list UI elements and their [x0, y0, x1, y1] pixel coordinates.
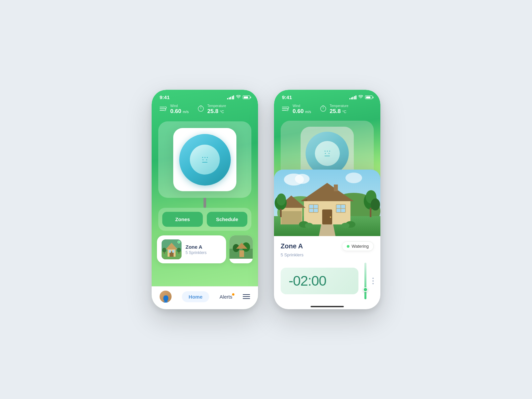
temp-widget-1: Temperature 25.8 °C [197, 104, 226, 115]
weather-bar-1: Wind 0.60 m/s Temperature [152, 101, 258, 119]
wind-label-2: Wind [293, 104, 311, 108]
status-icons-1 [227, 95, 250, 100]
device-inner-1 [173, 128, 236, 191]
svg-rect-10 [172, 250, 174, 253]
status-icons-2 [349, 95, 372, 100]
svg-rect-1 [160, 108, 166, 109]
svg-rect-21 [282, 107, 287, 107]
wifi-icon [236, 95, 241, 100]
svg-point-49 [277, 194, 286, 205]
zones-button[interactable]: Zones [162, 212, 203, 227]
zone-name: Zone A [186, 244, 206, 250]
svg-point-27 [295, 174, 310, 184]
svg-rect-2 [160, 110, 164, 111]
svg-point-11 [162, 248, 166, 252]
device-stem [203, 198, 206, 208]
watering-status-label: Watering [351, 244, 369, 249]
schedule-button[interactable]: Schedule [207, 212, 247, 227]
sprinkler-icon-2 [325, 151, 330, 156]
device-ring-inner-2 [315, 141, 340, 166]
wind-icon-2 [282, 105, 290, 114]
timer-dots [372, 278, 374, 284]
svg-rect-19 [239, 250, 244, 257]
zone-active-dot [178, 241, 180, 243]
bottom-nav-1: 👤 Home Alerts [152, 286, 258, 309]
menu-button[interactable] [243, 294, 250, 299]
signal-bars-icon [227, 95, 234, 99]
device-ring-outer [179, 134, 231, 186]
svg-rect-22 [282, 108, 289, 109]
status-time-1: 9:41 [160, 94, 170, 100]
battery-icon [243, 95, 250, 99]
svg-point-58 [341, 223, 349, 228]
timer-value: -02:00 [289, 273, 350, 289]
temp-label-1: Temperature [207, 104, 226, 108]
wind-value-1: 0.60 m/s [170, 108, 189, 114]
svg-point-13 [177, 248, 181, 252]
weather-bar-2: Wind 0.60 m/s Temperature [274, 101, 380, 119]
user-avatar[interactable]: 👤 [160, 291, 172, 303]
device-ring-outer-2 [306, 132, 349, 175]
phone-1: 9:41 [152, 90, 258, 309]
zone-card-2-partial[interactable] [229, 235, 253, 263]
temp-widget-2: Temperature 25.8 °C [319, 104, 348, 115]
zone-info: Zone A 5 Sprinklers [186, 244, 206, 255]
temp-icon-2 [319, 105, 327, 114]
action-buttons: Zones Schedule [158, 208, 251, 231]
svg-rect-36 [334, 185, 338, 191]
alerts-button[interactable]: Alerts [219, 294, 232, 300]
status-bar-2: 9:41 [274, 90, 380, 101]
sprinkler-icon [202, 157, 208, 163]
phones-container: 9:41 [152, 90, 380, 309]
temp-label-2: Temperature [330, 104, 348, 108]
timer-display: -02:00 [281, 268, 358, 294]
svg-point-57 [305, 223, 313, 228]
svg-rect-50 [280, 209, 282, 217]
wind-widget-2: Wind 0.60 m/s [282, 104, 311, 115]
home-bar-2 [311, 306, 344, 307]
watering-status-dot [347, 245, 349, 248]
temp-value-1: 25.8 °C [207, 108, 224, 114]
device-ring-inner [190, 145, 220, 175]
svg-rect-23 [282, 110, 287, 111]
wind-widget-1: Wind 0.60 m/s [160, 104, 189, 115]
svg-rect-0 [160, 107, 165, 107]
svg-point-54 [371, 199, 380, 210]
signal-bars-icon-2 [349, 95, 356, 99]
temp-value-2: 25.8 °C [330, 108, 346, 114]
svg-point-44 [330, 216, 331, 218]
alert-indicator [232, 293, 234, 296]
svg-rect-53 [370, 208, 371, 217]
status-bar-1: 9:41 [152, 90, 258, 101]
home-button[interactable]: Home [182, 291, 209, 302]
svg-rect-47 [281, 211, 302, 224]
temp-icon [197, 105, 205, 114]
timer-slider[interactable] [362, 263, 368, 299]
svg-point-28 [345, 173, 362, 183]
zone-image [274, 170, 380, 236]
svg-rect-9 [169, 250, 171, 253]
zone-detail-content: Zone A Watering 5 Sprinklers -02:00 [274, 236, 380, 305]
wind-value-2: 0.60 m/s [293, 108, 311, 114]
svg-rect-14 [179, 252, 179, 254]
status-time-2: 9:41 [282, 94, 292, 100]
zone-sprinklers: 5 Sprinklers [186, 250, 206, 255]
device-widget-1[interactable] [158, 121, 251, 198]
wind-label-1: Wind [170, 104, 189, 108]
zone-card-expanded: Zone A Watering 5 Sprinklers -02:00 [274, 170, 380, 309]
watering-badge[interactable]: Watering [342, 241, 374, 251]
zone-thumb-1 [162, 239, 182, 259]
zone-detail-header: Zone A Watering [281, 241, 374, 251]
wifi-icon-2 [358, 95, 363, 100]
svg-rect-12 [164, 252, 165, 254]
timer-container: -02:00 [281, 263, 374, 299]
wind-icon [160, 105, 168, 114]
zone-detail-sprinklers: 5 Sprinklers [281, 252, 374, 257]
battery-icon-2 [365, 95, 372, 99]
zone-card-1[interactable]: Zone A 5 Sprinklers [157, 235, 226, 263]
phone-2: 9:41 [274, 90, 380, 309]
zone-detail-title: Zone A [281, 242, 303, 250]
